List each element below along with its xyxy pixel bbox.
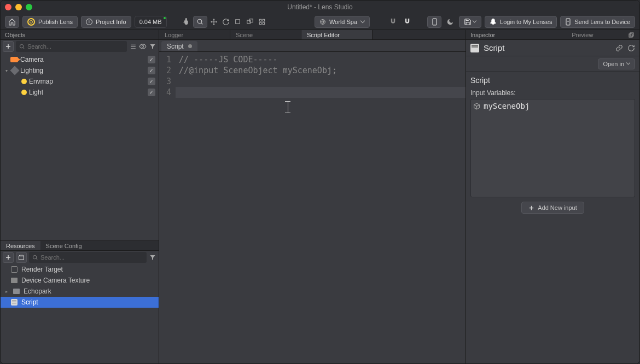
code-content: // -----JS CODE----- //@input SceneObjec… — [176, 52, 466, 363]
send-to-device-button[interactable]: Send Lens to Device — [560, 16, 635, 28]
project-size[interactable]: 0.04 MB — [135, 16, 167, 28]
ghost-icon — [490, 18, 497, 25]
snap-off-icon[interactable] — [387, 17, 398, 26]
select-tool[interactable] — [193, 16, 207, 28]
camera-icon — [10, 57, 18, 62]
resource-echopark[interactable]: ▸ Echopark — [1, 286, 159, 297]
login-label: Login to My Lenses — [500, 19, 552, 25]
publish-label: Publish Lens — [38, 19, 73, 25]
window-title: Untitled* - Lens Studio — [287, 3, 352, 11]
scene-config-tab[interactable]: Scene Config — [40, 241, 88, 250]
save-dropdown[interactable] — [459, 16, 481, 28]
tree-row-lighting[interactable]: ▾ Lighting ✓ — [1, 65, 159, 76]
world-space-dropdown[interactable]: World Spa — [315, 16, 370, 28]
script-icon — [11, 299, 18, 306]
rotate-tool[interactable] — [220, 16, 231, 28]
input-vars-box: mySceneObj — [470, 99, 635, 197]
scene-object-icon — [473, 103, 480, 110]
info-icon: i — [86, 19, 92, 25]
input-var-row[interactable]: mySceneObj — [473, 102, 632, 110]
move-tool[interactable] — [208, 16, 219, 28]
text-cursor-icon — [285, 101, 290, 113]
objects-header: Objects — [1, 30, 159, 40]
svg-rect-5 — [263, 19, 265, 21]
tab-logger[interactable]: Logger — [159, 30, 230, 39]
resources-search[interactable] — [29, 252, 147, 263]
svg-rect-10 — [566, 19, 570, 25]
code-editor[interactable]: 1234 // -----JS CODE----- //@input Scene… — [159, 52, 466, 363]
resource-device-camera[interactable]: Device Camera Texture — [1, 275, 159, 286]
lighting-check[interactable]: ✓ — [148, 67, 155, 74]
collapse-button[interactable] — [129, 43, 137, 50]
resources-search-input[interactable] — [40, 254, 143, 261]
maximize-button[interactable] — [26, 4, 32, 10]
objects-tree: Camera ✓ ▾ Lighting ✓ Envmap ✓ — [1, 53, 159, 240]
link-button[interactable] — [615, 44, 623, 52]
resources-tab[interactable]: Resources — [1, 241, 40, 250]
left-column: Objects Camera ✓ — [1, 30, 159, 363]
refresh-button[interactable] — [627, 44, 635, 52]
add-input-button[interactable]: Add New input — [521, 202, 584, 214]
add-resource-button[interactable] — [3, 252, 14, 263]
window-controls — [5, 4, 32, 10]
envmap-label: Envmap — [29, 78, 146, 85]
svg-point-11 — [20, 44, 23, 48]
center-column: Logger Scene Script Editor Script 1234 /… — [159, 30, 466, 363]
open-in-row: Open in — [466, 56, 639, 72]
open-in-dropdown[interactable]: Open in — [598, 58, 635, 69]
objects-search-input[interactable] — [27, 43, 124, 50]
light-check[interactable]: ✓ — [148, 89, 155, 96]
resource-script[interactable]: Script — [1, 297, 159, 308]
scale-tool[interactable] — [232, 16, 243, 28]
script-icon — [470, 44, 479, 52]
space-label: World Spa — [329, 19, 357, 25]
svg-rect-4 — [259, 19, 261, 21]
theme-toggle[interactable] — [445, 18, 456, 26]
publish-lens-button[interactable]: Publish Lens — [22, 16, 78, 28]
svg-point-13 — [33, 255, 36, 259]
render-target-icon — [11, 266, 18, 273]
save-icon — [464, 18, 472, 26]
tab-scene[interactable]: Scene — [230, 30, 301, 39]
resource-render-target[interactable]: Render Target — [1, 264, 159, 275]
app-window: Untitled* - Lens Studio Publish Lens i P… — [0, 0, 640, 364]
screen-tool[interactable] — [245, 16, 255, 28]
grid-tool[interactable] — [257, 16, 267, 28]
light-label: Light — [29, 89, 146, 96]
device-icon — [565, 18, 571, 26]
tree-row-camera[interactable]: Camera ✓ — [1, 54, 159, 65]
project-info-button[interactable]: i Project Info — [81, 16, 131, 28]
script-file-tab[interactable]: Script — [161, 41, 197, 51]
add-object-button[interactable] — [3, 41, 14, 52]
svg-rect-9 — [433, 19, 437, 25]
light-icon — [21, 79, 27, 84]
inspector-title-row: Script — [466, 40, 639, 56]
expand-arrow[interactable]: ▾ — [4, 68, 9, 73]
filter-button[interactable] — [149, 254, 156, 261]
tree-row-light[interactable]: Light ✓ — [1, 87, 159, 98]
resources-header: Resources Scene Config — [1, 241, 159, 251]
svg-rect-15 — [630, 33, 633, 36]
tab-script-editor[interactable]: Script Editor — [301, 30, 373, 39]
visibility-toggle[interactable] — [139, 43, 147, 50]
popout-button[interactable] — [627, 31, 635, 39]
camera-check[interactable]: ✓ — [148, 56, 155, 63]
project-info-label: Project Info — [96, 19, 126, 25]
objects-search[interactable] — [16, 41, 127, 52]
pan-tool[interactable] — [181, 16, 192, 28]
objects-toolbar — [1, 40, 159, 53]
filter-button[interactable] — [149, 43, 156, 50]
tree-row-envmap[interactable]: Envmap ✓ — [1, 76, 159, 87]
expand-arrow[interactable]: ▸ — [4, 289, 9, 294]
close-button[interactable] — [5, 4, 11, 10]
snap-on-icon[interactable] — [402, 17, 412, 26]
envmap-check[interactable]: ✓ — [148, 78, 155, 85]
objects-title: Objects — [5, 32, 25, 38]
login-button[interactable]: Login to My Lenses — [485, 16, 557, 28]
device-button[interactable] — [427, 16, 441, 28]
home-button[interactable] — [5, 16, 19, 28]
input-vars-label: Input Variables: — [470, 89, 635, 97]
minimize-button[interactable] — [15, 4, 22, 10]
library-button[interactable] — [16, 252, 27, 263]
center-tabs: Logger Scene Script Editor — [159, 30, 466, 40]
